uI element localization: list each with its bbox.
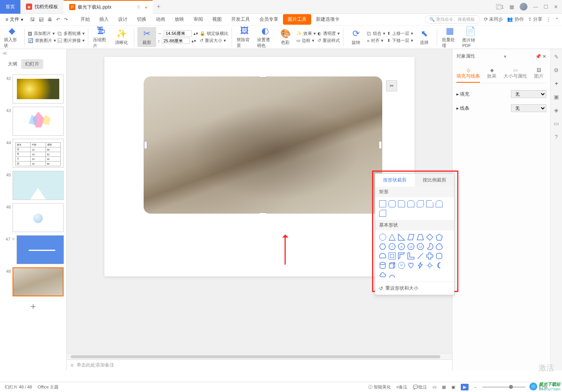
menu-tab-new[interactable]: 新建选项卡 xyxy=(311,14,344,25)
collapse-panel-icon[interactable]: ≪ xyxy=(0,49,66,58)
crop-by-shape-tab[interactable]: 按形状裁剪 xyxy=(375,174,415,187)
border-button[interactable]: ▭ 边框 ▾ xyxy=(296,38,316,44)
remove-bg-button[interactable]: 🖼抠除背景 xyxy=(235,26,254,49)
select-button[interactable]: ⬉选择 xyxy=(415,29,434,45)
menu-tab-image-tools[interactable]: 图片工具 xyxy=(283,14,311,25)
shape-rounded-rect[interactable] xyxy=(389,200,396,207)
collapse-ribbon-icon[interactable]: ⌃ xyxy=(555,17,559,22)
thumb-48[interactable] xyxy=(13,267,64,296)
crop-handle-bl[interactable] xyxy=(144,209,149,214)
line-select[interactable]: 无 xyxy=(511,104,546,112)
view-sorter-icon[interactable]: ▦ xyxy=(442,385,446,390)
bring-forward-button[interactable]: ⬆ 上移一层 ▾ xyxy=(387,31,413,36)
picture-join-button[interactable]: ⿳ 图片拼接 ▾ xyxy=(58,38,85,44)
effect-tab[interactable]: ◆效果 xyxy=(487,65,496,83)
reset-shape-size-button[interactable]: ↺重设形状和大小 xyxy=(375,281,454,295)
shape-sun[interactable] xyxy=(426,262,433,269)
thumbnail-list[interactable]: 42 43 44姓名年龄成绩张2288李2382王2490赵2585 45 46… xyxy=(0,71,66,370)
print-icon[interactable]: 🖶 xyxy=(47,17,52,22)
view-reading-icon[interactable]: ▣ xyxy=(451,385,455,390)
set-transparent-button[interactable]: ◐设置透明色 xyxy=(255,26,274,49)
close-panel-icon[interactable]: ✕ xyxy=(542,54,546,59)
crop-button[interactable]: ✂裁剪 xyxy=(137,27,156,47)
shape-oval[interactable] xyxy=(379,234,386,241)
shape-round1[interactable] xyxy=(379,210,386,217)
comment-toggle[interactable]: 💬批注 xyxy=(413,384,427,390)
replace-picture-button[interactable]: 🔄 替换图片 ▾ xyxy=(28,38,56,44)
save-icon[interactable]: 🖫 xyxy=(30,17,35,22)
crop-handle-top[interactable] xyxy=(259,76,267,78)
command-search[interactable]: 🔍 查找命令、搜索模板 xyxy=(425,15,480,24)
rail-style-icon[interactable]: ✎ xyxy=(554,54,559,60)
tab-options-icon[interactable]: ⎘ xyxy=(137,4,140,10)
size-prop-tab[interactable]: ▭大小与属性 xyxy=(504,65,527,83)
horizontal-scrollbar[interactable] xyxy=(67,353,452,359)
crop-handle-right[interactable] xyxy=(379,141,382,149)
crop-by-ratio-tab[interactable]: 按比例裁剪 xyxy=(415,174,454,187)
shape-snip1[interactable] xyxy=(398,200,405,207)
rail-help-icon[interactable]: ? xyxy=(555,134,558,140)
thumb-42[interactable] xyxy=(13,74,64,103)
shape-heart[interactable] xyxy=(407,262,414,269)
multi-outline-button[interactable]: ⿻ 多图轮播 ▾ xyxy=(58,31,85,36)
shape-lightning[interactable] xyxy=(417,262,424,269)
collab-button[interactable]: 👥 协作 xyxy=(507,16,524,23)
selected-image[interactable] xyxy=(144,76,382,214)
shape-can[interactable] xyxy=(379,262,386,269)
shape-snip2[interactable] xyxy=(407,200,414,207)
menu-tab-slideshow[interactable]: 放映 xyxy=(170,14,189,25)
pin-icon[interactable]: 📌 xyxy=(535,54,541,59)
picture-tab[interactable]: 🖼图片 xyxy=(534,65,544,83)
menu-tab-start[interactable]: 开始 xyxy=(76,14,95,25)
reset-style-button[interactable]: ↺ 重设样式 xyxy=(317,38,340,44)
crop-float-button[interactable]: ✂ xyxy=(386,80,397,91)
crop-handle-tl[interactable] xyxy=(144,76,149,82)
fill-select[interactable]: 无 xyxy=(511,90,546,98)
group-button[interactable]: ⿻ 组合 ▾ xyxy=(367,31,385,36)
shape-pentagon[interactable] xyxy=(436,234,443,241)
shape-octagon[interactable]: 8 xyxy=(398,243,405,250)
menu-tab-dev[interactable]: 开发工具 xyxy=(226,14,255,25)
menu-tab-view[interactable]: 视图 xyxy=(208,14,226,25)
shape-decagon[interactable]: 10 xyxy=(407,243,414,250)
undo-icon[interactable]: ↶ xyxy=(56,17,60,22)
rail-present-icon[interactable]: ▭ xyxy=(554,120,559,127)
zoom-slider[interactable] xyxy=(482,387,526,388)
file-menu[interactable]: ≡ 文件 ▾ xyxy=(3,15,26,24)
rail-settings-icon[interactable]: ⚙ xyxy=(554,67,559,73)
transparency-button[interactable]: ◐ 透明度 ▾ xyxy=(317,31,340,36)
shape-cube[interactable] xyxy=(389,262,396,269)
thumb-45[interactable] xyxy=(13,171,64,200)
shape-dodecagon[interactable]: 12 xyxy=(417,243,424,250)
slide[interactable]: ✂ xyxy=(104,57,414,276)
shape-snip-corner[interactable] xyxy=(426,200,433,207)
shape-frame[interactable] xyxy=(389,252,396,260)
share-button[interactable]: ⇪ 分享 xyxy=(528,16,542,23)
slides-tab[interactable]: 幻灯片 xyxy=(21,59,43,69)
thumb-46[interactable] xyxy=(13,203,64,232)
shape-moon[interactable] xyxy=(436,262,443,269)
zoom-out-icon[interactable]: − xyxy=(474,385,476,390)
shape-diagonal[interactable] xyxy=(417,252,424,260)
layout-icon[interactable]: ⿸1 xyxy=(496,4,504,10)
menu-tab-transition[interactable]: 切换 xyxy=(132,14,151,25)
shape-l[interactable] xyxy=(407,252,414,260)
view-normal-icon[interactable]: ▭ xyxy=(432,385,436,390)
shape-parallelogram[interactable] xyxy=(407,234,414,241)
notes-toggle[interactable]: ≡备注 xyxy=(396,384,407,390)
align-button[interactable]: ≡ 对齐 ▾ xyxy=(367,38,385,44)
shape-cloud[interactable] xyxy=(379,271,386,278)
outline-tab[interactable]: 大纲 xyxy=(4,59,21,69)
menu-tab-vip[interactable]: 会员专享 xyxy=(255,14,283,25)
view-play-icon[interactable]: ▶ xyxy=(461,384,469,390)
shape-smiley[interactable]: ☺ xyxy=(398,262,405,269)
rotate-button[interactable]: ⟳旋转 xyxy=(347,29,365,45)
shape-triangle[interactable] xyxy=(389,234,396,241)
thumb-44[interactable]: 姓名年龄成绩张2288李2382王2490赵2585 xyxy=(13,139,64,168)
batch-button[interactable]: ▦批量处理 xyxy=(440,26,459,49)
shape-plaque[interactable] xyxy=(436,252,443,260)
notes-pane[interactable]: ≡单击此处添加备注 xyxy=(67,359,452,370)
height-input[interactable] xyxy=(162,38,190,44)
tab-template[interactable]: ◈ 找稻壳模板 xyxy=(20,0,64,14)
rail-animate-icon[interactable]: ✦ xyxy=(554,80,559,87)
